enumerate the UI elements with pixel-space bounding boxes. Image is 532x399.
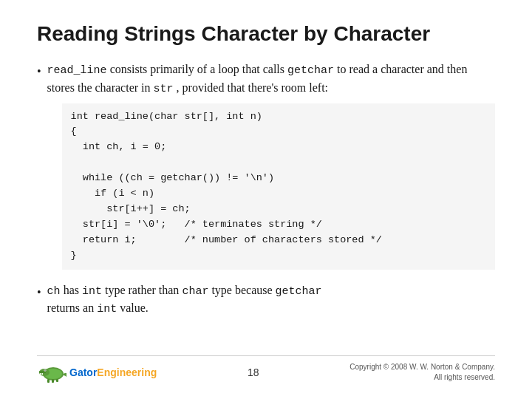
footer: GatorEngineering 18 Copyright © 2008 W. …: [37, 355, 495, 384]
code-block-1: int read_line(char str[], int n) { int c…: [62, 103, 495, 270]
code-getchar-1: getchar: [287, 64, 334, 77]
gator-mascot-icon: [37, 361, 66, 384]
slide-content: • read_line consists primarily of a loop…: [37, 61, 495, 348]
bullet1-part3: , provided that there's room left:: [177, 81, 329, 94]
copyright-line1: Copyright © 2008 W. W. Norton & Company.: [349, 363, 495, 371]
footer-copyright: Copyright © 2008 W. W. Norton & Company.…: [349, 362, 495, 383]
bullet-text-2: ch has int type rather than char type be…: [47, 282, 495, 318]
bullet2-part2: type rather than: [105, 284, 182, 296]
code-ch: ch: [47, 285, 61, 298]
code-int-1: int: [82, 285, 102, 298]
bullet2-part5: value.: [120, 301, 149, 314]
svg-rect-6: [40, 373, 41, 375]
code-char: char: [182, 285, 208, 298]
brand-engineering: Engineering: [97, 366, 157, 378]
bullet-item-2: • ch has int type rather than char type …: [37, 282, 495, 318]
svg-rect-9: [52, 379, 54, 383]
bullet1-part1: consists primarily of a loop that calls: [110, 63, 287, 75]
bullet2-part3: type because: [211, 284, 275, 296]
bullet2-part4: returns an: [47, 301, 98, 314]
copyright-line2: All rights reserved.: [434, 373, 495, 381]
brand-gator: Gator: [69, 366, 97, 378]
svg-rect-10: [56, 379, 58, 382]
bullet-item-1: • read_line consists primarily of a loop…: [37, 61, 495, 273]
footer-brand-text: GatorEngineering: [69, 366, 157, 378]
slide: Reading Strings Character by Character •…: [0, 0, 532, 399]
footer-page-number: 18: [248, 366, 259, 378]
code-str: str: [154, 83, 174, 95]
code-int-2: int: [97, 303, 117, 316]
svg-rect-8: [47, 379, 50, 383]
bullet-text-1: read_line consists primarily of a loop t…: [47, 61, 495, 273]
svg-rect-7: [42, 373, 44, 375]
code-read-line: read_line: [47, 64, 107, 77]
slide-title: Reading Strings Character by Character: [37, 22, 495, 46]
bullet1-text: read_line consists primarily of a loop t…: [47, 63, 468, 94]
footer-logo: GatorEngineering: [37, 361, 157, 384]
code-getchar-2: getchar: [276, 285, 322, 298]
bullet-dot-2: •: [37, 284, 41, 301]
svg-point-5: [44, 369, 46, 371]
bullet2-part1: has: [64, 284, 82, 296]
bullet-dot-1: •: [37, 63, 41, 80]
